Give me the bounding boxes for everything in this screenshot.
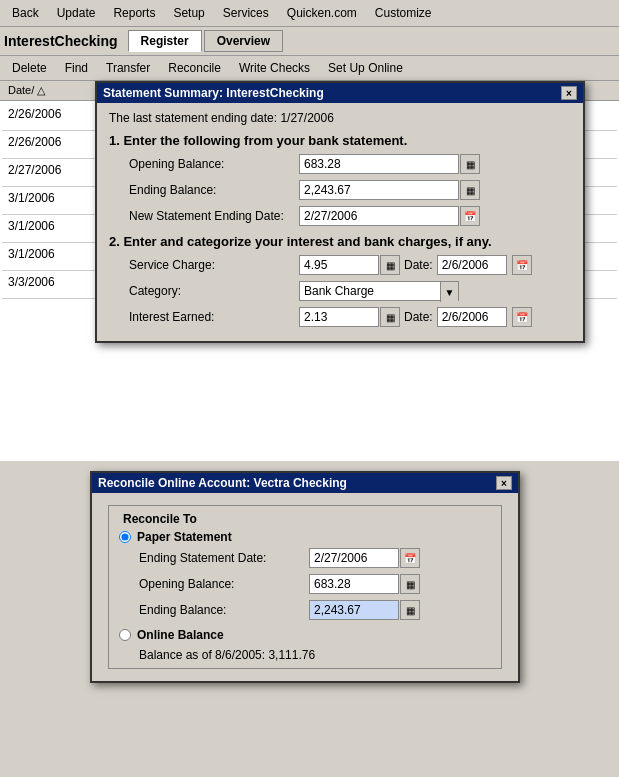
submenu-setup-online[interactable]: Set Up Online xyxy=(320,58,411,78)
interest-date-row: Date: 📅 xyxy=(404,307,532,327)
opening-balance-calc-btn[interactable]: ▦ xyxy=(460,154,480,174)
ending-balance-input[interactable] xyxy=(299,180,459,200)
rec-opening-balance-label: Opening Balance: xyxy=(139,577,309,591)
interest-earned-calc-btn[interactable]: ▦ xyxy=(380,307,400,327)
ending-balance-label: Ending Balance: xyxy=(129,183,299,197)
statement-dialog-title: Statement Summary: InterestChecking xyxy=(103,86,324,100)
interest-earned-row: Interest Earned: ▦ Date: 📅 xyxy=(129,307,571,327)
ending-stmt-date-input[interactable] xyxy=(309,548,399,568)
paper-statement-radio[interactable] xyxy=(119,531,131,543)
service-date-input[interactable] xyxy=(437,255,507,275)
statement-dialog-titlebar: Statement Summary: InterestChecking × xyxy=(97,83,583,103)
service-charge-label: Service Charge: xyxy=(129,258,299,272)
category-label: Category: xyxy=(129,284,299,298)
menu-customize[interactable]: Customize xyxy=(367,2,440,24)
reconcile-dialog-title: Reconcile Online Account: Vectra Checkin… xyxy=(98,476,347,490)
online-balance-radio[interactable] xyxy=(119,629,131,641)
account-bar: InterestChecking Register Overview xyxy=(0,27,619,56)
rec-opening-balance-input[interactable] xyxy=(309,574,399,594)
section2-header: 2. Enter and categorize your interest an… xyxy=(109,234,571,249)
tab-register[interactable]: Register xyxy=(128,30,202,52)
menu-services[interactable]: Services xyxy=(215,2,277,24)
rec-ending-balance-row: Ending Balance: ▦ xyxy=(139,600,491,620)
new-ending-date-row: New Statement Ending Date: 📅 xyxy=(129,206,571,226)
opening-balance-label: Opening Balance: xyxy=(129,157,299,171)
menu-back[interactable]: Back xyxy=(4,2,47,24)
ending-stmt-date-row: Ending Statement Date: 📅 xyxy=(139,548,491,568)
opening-balance-input[interactable] xyxy=(299,154,459,174)
balance-as-of-text: Balance as of 8/6/2005: 3,111.76 xyxy=(139,648,491,662)
ending-stmt-date-label: Ending Statement Date: xyxy=(139,551,309,565)
statement-dialog-content: The last statement ending date: 1/27/200… xyxy=(97,103,583,341)
menu-setup[interactable]: Setup xyxy=(165,2,212,24)
submenu-delete[interactable]: Delete xyxy=(4,58,55,78)
reconcile-close-button[interactable]: × xyxy=(496,476,512,490)
menu-update[interactable]: Update xyxy=(49,2,104,24)
interest-date-calendar-btn[interactable]: 📅 xyxy=(512,307,532,327)
reconcile-to-group-title: Reconcile To xyxy=(119,512,201,526)
category-row: Category: Bank Charge ▼ xyxy=(129,281,571,301)
paper-statement-row: Paper Statement xyxy=(119,530,491,544)
rec-ending-balance-input[interactable] xyxy=(309,600,399,620)
section1-header: 1. Enter the following from your bank st… xyxy=(109,133,571,148)
reconcile-dialog: Reconcile Online Account: Vectra Checkin… xyxy=(90,471,520,683)
statement-dialog: Statement Summary: InterestChecking × Th… xyxy=(95,81,585,343)
service-charge-input[interactable] xyxy=(299,255,379,275)
online-balance-row: Online Balance xyxy=(119,628,491,642)
sub-menu-bar: Delete Find Transfer Reconcile Write Che… xyxy=(0,56,619,81)
menu-reports[interactable]: Reports xyxy=(105,2,163,24)
new-ending-date-calendar-btn[interactable]: 📅 xyxy=(460,206,480,226)
statement-close-button[interactable]: × xyxy=(561,86,577,100)
rec-opening-balance-calc-btn[interactable]: ▦ xyxy=(400,574,420,594)
reconcile-to-group: Reconcile To Paper Statement Ending Stat… xyxy=(108,505,502,669)
service-date-label: Date: xyxy=(404,258,433,272)
interest-earned-input[interactable] xyxy=(299,307,379,327)
online-balance-label: Online Balance xyxy=(137,628,224,642)
opening-balance-row: Opening Balance: ▦ xyxy=(129,154,571,174)
last-statement-text: The last statement ending date: 1/27/200… xyxy=(109,111,571,125)
category-dropdown-arrow[interactable]: ▼ xyxy=(440,282,458,302)
interest-date-input[interactable] xyxy=(437,307,507,327)
tab-overview[interactable]: Overview xyxy=(204,30,283,52)
dialog-overlay: Statement Summary: InterestChecking × Th… xyxy=(0,81,619,461)
service-date-row: Date: 📅 xyxy=(404,255,532,275)
interest-date-label: Date: xyxy=(404,310,433,324)
rec-ending-balance-calc-btn[interactable]: ▦ xyxy=(400,600,420,620)
ending-balance-calc-btn[interactable]: ▦ xyxy=(460,180,480,200)
reconcile-dialog-content: Reconcile To Paper Statement Ending Stat… xyxy=(92,493,518,681)
submenu-transfer[interactable]: Transfer xyxy=(98,58,158,78)
rec-ending-balance-label: Ending Balance: xyxy=(139,603,309,617)
ending-stmt-date-calendar-btn[interactable]: 📅 xyxy=(400,548,420,568)
reconcile-dialog-titlebar: Reconcile Online Account: Vectra Checkin… xyxy=(92,473,518,493)
submenu-find[interactable]: Find xyxy=(57,58,96,78)
service-charge-calc-btn[interactable]: ▦ xyxy=(380,255,400,275)
menu-bar: Back Update Reports Setup Services Quick… xyxy=(0,0,619,27)
new-ending-date-label: New Statement Ending Date: xyxy=(129,209,299,223)
account-title: InterestChecking xyxy=(4,33,118,49)
category-select[interactable]: Bank Charge ▼ xyxy=(299,281,459,301)
service-charge-row: Service Charge: ▦ Date: 📅 xyxy=(129,255,571,275)
menu-quicken[interactable]: Quicken.com xyxy=(279,2,365,24)
ending-balance-row: Ending Balance: ▦ xyxy=(129,180,571,200)
paper-statement-label: Paper Statement xyxy=(137,530,232,544)
submenu-write-checks[interactable]: Write Checks xyxy=(231,58,318,78)
main-area: Date/ △ 2/26/2006 2/26/2006 2/27/2006 3/… xyxy=(0,81,619,461)
interest-earned-label: Interest Earned: xyxy=(129,310,299,324)
submenu-reconcile[interactable]: Reconcile xyxy=(160,58,229,78)
register-area: Date/ △ 2/26/2006 2/26/2006 2/27/2006 3/… xyxy=(0,81,619,461)
service-date-calendar-btn[interactable]: 📅 xyxy=(512,255,532,275)
rec-opening-balance-row: Opening Balance: ▦ xyxy=(139,574,491,594)
category-value: Bank Charge xyxy=(304,284,374,298)
new-ending-date-input[interactable] xyxy=(299,206,459,226)
